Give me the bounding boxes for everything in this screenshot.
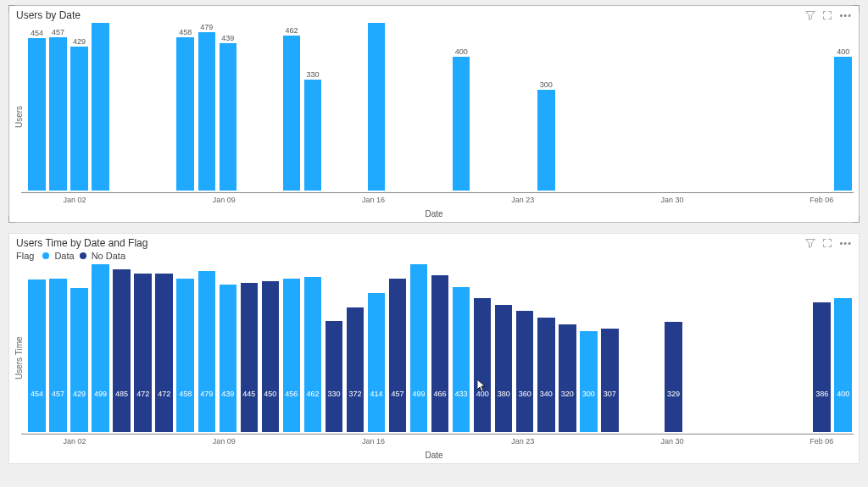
bar-slot: 372 xyxy=(344,264,365,432)
bar[interactable]: 414 xyxy=(368,293,386,432)
bar[interactable] xyxy=(453,57,470,191)
bar-slot: 429 xyxy=(69,23,90,191)
bar-slot xyxy=(259,23,281,191)
bar-slot: 433 xyxy=(451,264,472,432)
bar-slot xyxy=(493,23,515,191)
x-tick-label: Jan 30 xyxy=(660,196,683,204)
bar[interactable]: 499 xyxy=(92,264,109,432)
bar[interactable] xyxy=(28,38,46,191)
bar-slot: 458 xyxy=(175,23,196,191)
bar-slot: 320 xyxy=(557,264,578,432)
bar-slot: 454 xyxy=(26,264,47,432)
bar[interactable] xyxy=(49,37,67,191)
focus-mode-icon[interactable] xyxy=(822,10,832,20)
bar[interactable] xyxy=(70,47,88,191)
bar-slot: 386 xyxy=(811,264,832,432)
bar[interactable]: 472 xyxy=(134,274,152,432)
bar[interactable]: 360 xyxy=(516,311,534,432)
bar-slot xyxy=(790,264,811,432)
bar[interactable]: 472 xyxy=(155,274,173,432)
bar[interactable]: 485 xyxy=(113,269,131,432)
focus-mode-icon[interactable] xyxy=(822,238,832,248)
bar[interactable]: 462 xyxy=(304,277,322,432)
bar-slot xyxy=(472,23,493,191)
bar-slot: 400 xyxy=(472,264,493,432)
bar[interactable]: 454 xyxy=(28,279,46,432)
more-options-icon[interactable]: ••• xyxy=(839,238,852,248)
bar[interactable]: 433 xyxy=(453,287,470,432)
bar-value-label: 329 xyxy=(665,390,682,398)
bar[interactable]: 307 xyxy=(601,329,619,432)
bar[interactable] xyxy=(198,32,216,191)
legend-swatch-data xyxy=(42,252,49,259)
bar-value-label: 300 xyxy=(540,80,553,89)
bar-slot: 479 xyxy=(196,23,217,191)
x-tick-label: Jan 02 xyxy=(63,196,86,204)
bar[interactable]: 466 xyxy=(431,275,449,432)
selection-handle[interactable] xyxy=(853,216,860,223)
bar[interactable] xyxy=(92,23,109,191)
bar-value-label: 466 xyxy=(431,390,449,398)
bar-slot: 340 xyxy=(536,264,557,432)
bar[interactable]: 439 xyxy=(220,285,237,432)
x-axis-label: Date xyxy=(9,451,859,463)
bar-value-label: 450 xyxy=(262,390,280,398)
bar-value-label: 454 xyxy=(28,390,46,398)
bar-slot xyxy=(811,23,832,191)
more-options-icon[interactable]: ••• xyxy=(839,10,852,20)
bar-value-label: 330 xyxy=(326,390,343,398)
bar[interactable]: 479 xyxy=(198,271,216,432)
bar[interactable]: 380 xyxy=(495,305,513,432)
bar[interactable]: 457 xyxy=(49,279,67,432)
chart-users-time-by-date-and-flag[interactable]: Users Time by Date and Flag ••• Flag Dat… xyxy=(8,233,860,464)
bar[interactable]: 320 xyxy=(559,324,576,432)
bar-slot xyxy=(578,23,599,191)
bar-slot: 479 xyxy=(196,264,217,432)
legend-title: Flag xyxy=(16,251,34,261)
filter-icon[interactable] xyxy=(805,10,815,20)
chart-title: Users by Date xyxy=(16,9,81,21)
bar[interactable]: 340 xyxy=(537,318,555,432)
bar-slot: 300 xyxy=(578,264,599,432)
bar-slot xyxy=(238,23,259,191)
selection-handle[interactable] xyxy=(8,5,15,12)
bar[interactable] xyxy=(304,80,322,191)
bar[interactable] xyxy=(283,36,301,191)
bar[interactable]: 330 xyxy=(326,321,343,432)
bar-slot: 457 xyxy=(47,264,69,432)
x-tick-label: Jan 02 xyxy=(63,437,86,445)
bar[interactable] xyxy=(176,37,194,191)
selection-handle[interactable] xyxy=(853,5,860,12)
bar[interactable]: 386 xyxy=(813,302,831,432)
bar-value-label: 433 xyxy=(453,390,470,398)
selection-handle[interactable] xyxy=(8,216,15,223)
bar[interactable]: 457 xyxy=(389,279,407,432)
bar[interactable]: 445 xyxy=(241,283,259,432)
filter-icon[interactable] xyxy=(805,238,815,248)
bar[interactable]: 372 xyxy=(347,307,364,432)
bar[interactable]: 456 xyxy=(283,279,301,432)
bar-value-label: 330 xyxy=(306,70,319,79)
bar[interactable]: 400 xyxy=(474,298,492,432)
bar-slot xyxy=(557,23,578,191)
bar-slot xyxy=(111,23,132,191)
bar[interactable] xyxy=(834,57,852,191)
bar-value-label: 400 xyxy=(837,47,849,56)
chart-users-by-date[interactable]: Users by Date ••• Users 4544574294584794… xyxy=(8,5,860,223)
bar-slot xyxy=(726,23,748,191)
bar[interactable] xyxy=(368,23,386,191)
bar[interactable]: 329 xyxy=(665,322,682,432)
bar-slot: 414 xyxy=(366,264,387,432)
bar[interactable] xyxy=(537,90,555,191)
bar-slot xyxy=(132,23,153,191)
bar-slot xyxy=(344,23,365,191)
bar[interactable]: 458 xyxy=(176,279,194,432)
bar[interactable]: 400 xyxy=(834,298,852,432)
bar[interactable]: 429 xyxy=(70,288,88,432)
bar[interactable] xyxy=(220,43,237,191)
x-axis-ticks: Jan 02Jan 09Jan 16Jan 23Jan 30Feb 06 xyxy=(21,193,854,209)
bar[interactable]: 499 xyxy=(410,264,428,432)
bar-slot: 400 xyxy=(451,23,472,191)
bar[interactable]: 300 xyxy=(580,331,598,432)
bar[interactable]: 450 xyxy=(262,281,280,432)
